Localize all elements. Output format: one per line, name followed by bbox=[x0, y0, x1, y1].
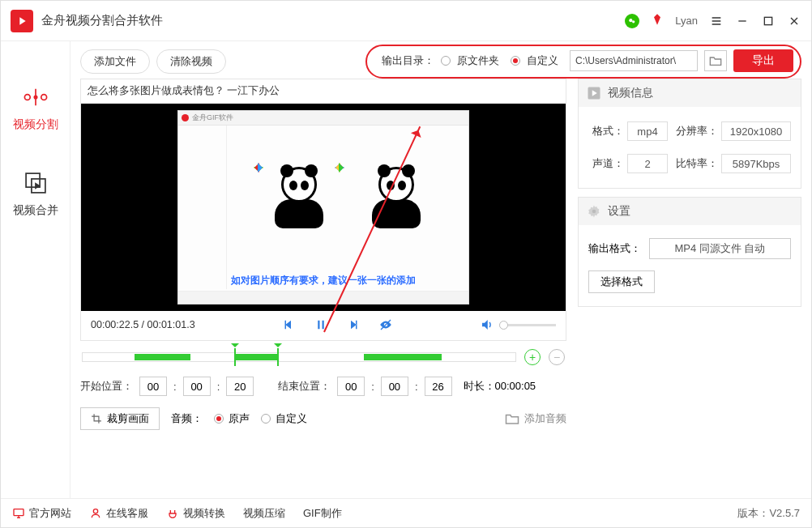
timeline: + − bbox=[82, 349, 565, 365]
browse-folder-button[interactable] bbox=[704, 50, 727, 71]
volume-icon[interactable] bbox=[480, 317, 494, 332]
wechat-icon bbox=[625, 14, 639, 28]
channel-value: 2 bbox=[627, 154, 668, 173]
video-info-card: 视频信息 格式： mp4 分辨率： 1920x1080 声道： 2 比特率： bbox=[578, 79, 801, 189]
footer-convert[interactable]: 视频转换 bbox=[166, 506, 225, 521]
footer-support[interactable]: 在线客服 bbox=[89, 506, 148, 521]
sidebar: 视频分割 视频合并 bbox=[1, 41, 71, 498]
svg-point-4 bbox=[41, 95, 46, 100]
export-button[interactable]: 导出 bbox=[733, 49, 793, 72]
end-min-input[interactable]: 00 bbox=[381, 377, 408, 396]
crop-frame-button[interactable]: 裁剪画面 bbox=[80, 407, 160, 430]
split-icon bbox=[22, 83, 49, 111]
svg-point-11 bbox=[93, 509, 97, 513]
title-bar: 金舟视频分割合并软件 Lyan bbox=[1, 1, 811, 41]
version-label: 版本：V2.5.7 bbox=[737, 506, 800, 521]
footer-website[interactable]: 官方网站 bbox=[12, 506, 71, 521]
output-path-input[interactable] bbox=[570, 50, 698, 71]
svg-rect-2 bbox=[764, 17, 771, 24]
start-min-input[interactable]: 00 bbox=[183, 377, 211, 396]
sidebar-item-label: 视频分割 bbox=[13, 117, 58, 132]
folder-icon bbox=[505, 412, 519, 425]
pause-button[interactable] bbox=[314, 317, 328, 332]
video-title: 怎么将多张图片做成表情包？ 一江下办公 bbox=[81, 79, 566, 104]
sidebar-item-label: 视频合并 bbox=[13, 203, 58, 218]
bitrate-value: 5897Kbps bbox=[721, 154, 791, 173]
add-audio-button[interactable]: 添加音频 bbox=[505, 411, 566, 426]
remove-segment-button[interactable]: − bbox=[549, 349, 565, 365]
volume-slider[interactable] bbox=[499, 324, 556, 326]
close-button[interactable] bbox=[787, 14, 801, 28]
sidebar-item-split[interactable]: 视频分割 bbox=[1, 69, 70, 155]
video-player: 怎么将多张图片做成表情包？ 一江下办公 金舟GIF软件 bbox=[80, 79, 566, 341]
footer-compress[interactable]: 视频压缩 bbox=[243, 506, 285, 521]
format-value: mp4 bbox=[627, 121, 668, 141]
hide-preview-button[interactable] bbox=[378, 317, 393, 332]
merge-icon bbox=[22, 169, 49, 197]
svg-point-1 bbox=[632, 20, 635, 23]
end-sec-input[interactable]: 26 bbox=[425, 377, 452, 396]
next-frame-button[interactable] bbox=[346, 317, 361, 332]
app-logo bbox=[11, 10, 33, 32]
add-segment-button[interactable]: + bbox=[524, 349, 541, 365]
resolution-value: 1920x1080 bbox=[721, 121, 791, 141]
settings-card: 设置 输出格式： MP4 同源文件 自动 选择格式 bbox=[578, 197, 801, 307]
start-hour-input[interactable]: 00 bbox=[139, 377, 167, 396]
radio-audio-original[interactable] bbox=[214, 414, 224, 424]
output-dir-label: 输出目录： bbox=[382, 53, 434, 68]
footer: 官方网站 在线客服 视频转换 视频压缩 GIF制作 版本：V2.5.7 bbox=[1, 498, 811, 527]
output-format-value: MP4 同源文件 自动 bbox=[649, 238, 791, 259]
cut-range-row: 开始位置： 00: 00: 20 结束位置： 00: 00: 26 时长：00:… bbox=[80, 377, 566, 396]
plug-icon bbox=[166, 507, 179, 520]
end-hour-input[interactable]: 00 bbox=[337, 377, 365, 396]
output-dir-group: 输出目录： 原文件夹 自定义 导出 bbox=[365, 45, 801, 79]
play-icon bbox=[587, 86, 601, 100]
svg-point-0 bbox=[630, 19, 633, 22]
folder-icon bbox=[709, 55, 722, 66]
gear-icon bbox=[587, 204, 601, 219]
start-marker[interactable] bbox=[234, 348, 236, 366]
headset-icon bbox=[89, 507, 102, 520]
video-caption: 如对图片顺序有要求，建议一张一张的添加 bbox=[178, 274, 468, 287]
user-name: Lyan bbox=[675, 15, 698, 27]
prev-frame-button[interactable] bbox=[281, 317, 296, 332]
diamond-icon bbox=[651, 13, 664, 29]
top-toolbar: 添加文件 清除视频 输出目录： 原文件夹 自定义 导出 bbox=[80, 49, 801, 79]
timeline-track[interactable] bbox=[82, 352, 516, 362]
choose-format-button[interactable]: 选择格式 bbox=[588, 270, 655, 293]
app-title: 金舟视频分割合并软件 bbox=[41, 13, 163, 28]
monitor-icon bbox=[12, 507, 25, 520]
svg-point-5 bbox=[33, 95, 37, 99]
svg-rect-10 bbox=[14, 509, 24, 515]
menu-icon[interactable] bbox=[709, 14, 724, 28]
maximize-button[interactable] bbox=[761, 14, 776, 28]
add-file-button[interactable]: 添加文件 bbox=[80, 49, 150, 74]
playback-time: 00:00:22.5 / 00:01:01.3 bbox=[91, 319, 195, 330]
radio-custom-folder[interactable] bbox=[511, 56, 520, 66]
crop-icon bbox=[91, 413, 102, 424]
footer-gif[interactable]: GIF制作 bbox=[303, 506, 342, 521]
radio-original-folder[interactable] bbox=[441, 56, 451, 66]
sidebar-item-merge[interactable]: 视频合并 bbox=[1, 155, 70, 241]
crop-audio-row: 裁剪画面 音频： 原声 自定义 添加音频 bbox=[80, 407, 566, 430]
radio-audio-custom[interactable] bbox=[261, 414, 271, 424]
start-sec-input[interactable]: 20 bbox=[226, 377, 254, 396]
svg-point-3 bbox=[24, 95, 30, 100]
minimize-button[interactable] bbox=[735, 14, 750, 28]
end-marker[interactable] bbox=[277, 348, 279, 366]
clear-video-button[interactable]: 清除视频 bbox=[156, 49, 226, 74]
video-canvas[interactable]: 金舟GIF软件 bbox=[81, 104, 566, 311]
